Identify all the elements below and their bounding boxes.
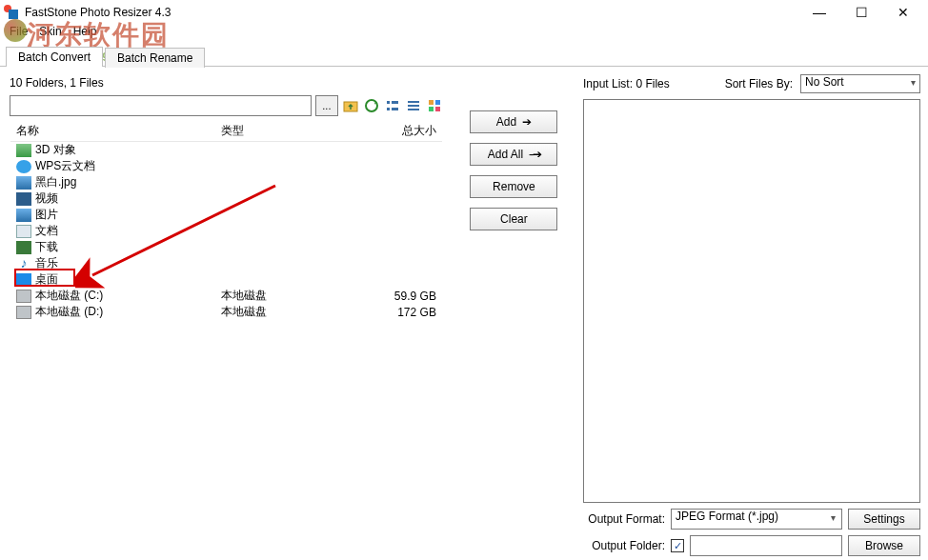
vid-icon — [16, 192, 31, 206]
list-item[interactable]: WPS云文档 — [10, 158, 442, 174]
arrow-right-dashed-icon: --➔ — [529, 148, 540, 161]
svg-rect-8 — [408, 109, 419, 110]
item-name: 桌面 — [35, 272, 58, 286]
item-type: 本地磁盘 — [215, 288, 358, 304]
close-button[interactable]: ✕ — [882, 0, 924, 25]
svg-rect-2 — [387, 101, 390, 104]
add-button[interactable]: Add➔ — [470, 110, 557, 133]
doc-icon — [16, 225, 31, 238]
svg-rect-9 — [429, 100, 434, 105]
svg-rect-10 — [435, 100, 440, 105]
svg-rect-3 — [387, 108, 390, 110]
disk-icon — [16, 290, 31, 303]
view-thumbnails-icon[interactable] — [426, 97, 443, 114]
item-name: 音乐 — [35, 256, 58, 270]
img-icon — [16, 176, 31, 190]
item-size: 59.9 GB — [358, 290, 442, 303]
folder-icon — [16, 144, 31, 157]
browse-output-button[interactable]: Browse — [848, 535, 920, 556]
list-item[interactable]: 文档 — [10, 223, 442, 239]
title-bar: FastStone Photo Resizer 4.3 — ☐ ✕ — [0, 0, 928, 25]
app-icon — [4, 5, 19, 20]
refresh-icon[interactable] — [363, 97, 380, 114]
list-item[interactable]: 本地磁盘 (D:)本地磁盘172 GB — [10, 304, 442, 320]
folder-up-icon[interactable] — [342, 97, 359, 114]
output-folder-label: Output Folder: — [583, 539, 665, 552]
item-name: 本地磁盘 (D:) — [35, 305, 103, 318]
item-name: 视频 — [35, 191, 58, 205]
desk-icon — [16, 273, 31, 287]
menu-bar: File Skin Help — [0, 25, 928, 44]
img-icon — [16, 209, 31, 222]
item-name: 黑白.jpg — [35, 175, 76, 189]
settings-button[interactable]: Settings — [848, 509, 920, 530]
output-format-select[interactable]: JPEG Format (*.jpg) — [671, 509, 842, 530]
transfer-buttons: Add➔ Add All--➔ Remove Clear — [453, 67, 575, 560]
add-all-button[interactable]: Add All--➔ — [470, 143, 557, 166]
disk-icon — [16, 306, 31, 319]
source-pane: 10 Folders, 1 Files ... 名称 类型 总大小 3D 对象W… — [0, 67, 453, 560]
svg-rect-12 — [435, 107, 440, 111]
svg-rect-5 — [392, 108, 398, 110]
tab-batch-rename[interactable]: Batch Rename — [105, 48, 205, 68]
output-format-label: Output Format: — [583, 512, 665, 526]
file-list[interactable]: 名称 类型 总大小 3D 对象WPS云文档黑白.jpg视频图片文档下载♪音乐桌面… — [10, 120, 443, 556]
list-item[interactable]: 黑白.jpg — [10, 174, 442, 190]
list-item[interactable]: 图片 — [10, 207, 442, 223]
item-name: 下载 — [35, 240, 58, 253]
list-item[interactable]: 下载 — [10, 239, 442, 255]
input-list-label: Input List: 0 Files — [583, 77, 670, 90]
svg-point-1 — [366, 100, 377, 111]
tab-batch-convert[interactable]: Batch Convert — [6, 47, 103, 67]
minimize-button[interactable]: — — [798, 0, 840, 25]
menu-skin[interactable]: Skin — [39, 25, 61, 44]
output-folder-checkbox[interactable]: ✓ — [671, 539, 684, 552]
menu-help[interactable]: Help — [73, 25, 97, 44]
arrow-right-icon: ➔ — [522, 115, 532, 129]
music-icon: ♪ — [16, 257, 31, 270]
view-list-icon[interactable] — [384, 97, 401, 114]
item-name: 图片 — [35, 208, 58, 221]
maximize-button[interactable]: ☐ — [840, 0, 882, 25]
tab-bar: Batch Convert Batch Rename — [0, 46, 928, 67]
cloud-icon — [16, 160, 31, 173]
item-type: 本地磁盘 — [215, 304, 358, 320]
item-name: 文档 — [35, 224, 58, 237]
col-header-size[interactable]: 总大小 — [358, 121, 442, 141]
sort-label: Sort Files By: — [725, 77, 793, 90]
svg-rect-11 — [429, 107, 434, 111]
svg-rect-7 — [408, 105, 419, 107]
svg-rect-4 — [392, 101, 398, 104]
col-header-type[interactable]: 类型 — [215, 121, 358, 141]
dl-icon — [16, 241, 31, 254]
item-name: WPS云文档 — [35, 159, 95, 172]
list-item[interactable]: 本地磁盘 (C:)本地磁盘59.9 GB — [10, 288, 442, 304]
input-list-box[interactable] — [583, 99, 920, 503]
folders-summary: 10 Folders, 1 Files — [10, 76, 443, 90]
output-pane: Input List: 0 Files Sort Files By: No So… — [575, 67, 928, 560]
window-title: FastStone Photo Resizer 4.3 — [25, 6, 171, 19]
path-input[interactable] — [10, 95, 312, 116]
view-details-icon[interactable] — [405, 97, 422, 114]
col-header-name[interactable]: 名称 — [10, 121, 215, 141]
item-size: 172 GB — [358, 306, 442, 319]
svg-rect-6 — [408, 101, 419, 103]
sort-select[interactable]: No Sort — [800, 74, 920, 93]
clear-button[interactable]: Clear — [470, 208, 557, 230]
list-item[interactable]: 桌面 — [10, 271, 442, 288]
list-item[interactable]: 3D 对象 — [10, 142, 442, 158]
browse-path-button[interactable]: ... — [315, 95, 338, 116]
list-item[interactable]: 视频 — [10, 190, 442, 207]
item-name: 本地磁盘 (C:) — [35, 289, 103, 302]
item-name: 3D 对象 — [35, 143, 76, 156]
menu-file[interactable]: File — [10, 25, 28, 44]
list-item[interactable]: ♪音乐 — [10, 255, 442, 271]
remove-button[interactable]: Remove — [470, 175, 557, 198]
output-folder-input[interactable] — [690, 535, 842, 556]
